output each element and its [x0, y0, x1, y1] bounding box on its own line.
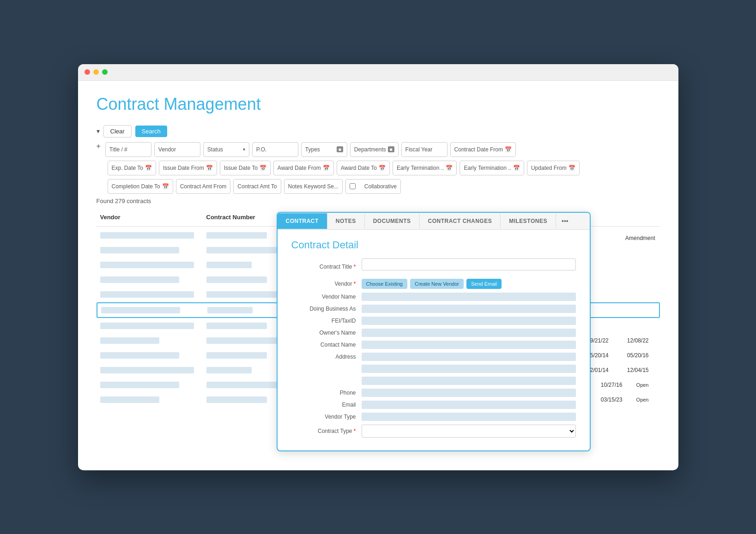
tab-contract-changes[interactable]: CONTRACT CHANGES	[420, 213, 501, 229]
filter-notes-keyword[interactable]: Notes Keyword Se...	[284, 179, 343, 194]
filter-updated-from[interactable]: Updated From 📅	[527, 161, 580, 175]
status-open: Open	[636, 382, 649, 388]
maximize-button[interactable]	[102, 69, 108, 75]
contract-type-select[interactable]	[362, 425, 576, 438]
traffic-lights	[85, 69, 108, 75]
tab-milestones[interactable]: MILESTONES	[501, 213, 556, 229]
filter-issue-date-from[interactable]: Issue Date From 📅	[159, 161, 217, 175]
vendor-field: Vendor Choose Existing Create New Vendor…	[291, 279, 576, 289]
vendor-name-field: Vendor Name	[291, 293, 576, 301]
contract-title-input[interactable]	[362, 258, 576, 270]
email-label: Email	[291, 402, 356, 408]
vendor-name-input[interactable]	[362, 293, 576, 301]
phone-input[interactable]	[362, 389, 576, 397]
filter-vendor[interactable]: Vendor	[154, 142, 200, 157]
date-col: 10/27/16	[601, 382, 623, 388]
date-col: 12/04/15	[627, 367, 649, 373]
search-button[interactable]: Search	[135, 126, 167, 137]
fei-taxid-field: FEI/TaxID	[291, 317, 576, 325]
clear-button[interactable]: Clear	[103, 125, 132, 138]
minimize-button[interactable]	[93, 69, 99, 75]
panel-title: Contract Detail	[291, 239, 576, 251]
owners-name-label: Owner's Name	[291, 330, 356, 336]
filter-row-3: Completion Date To 📅 Contract Amt From C…	[97, 179, 660, 194]
filter-po[interactable]: P.O.	[252, 142, 298, 157]
filter-status[interactable]: Status ▾	[203, 142, 249, 157]
filter-fiscal-year[interactable]: Fiscal Year	[401, 142, 448, 157]
email-field: Email	[291, 401, 576, 409]
tab-contract[interactable]: CONTRACT	[278, 213, 327, 229]
contact-name-field: Contact Name	[291, 341, 576, 349]
page-content: Contract Management ▾ Clear Search + Tit…	[78, 81, 678, 466]
filter-exp-date-to[interactable]: Exp. Date To 📅	[108, 161, 156, 175]
filter-contract-amt-to[interactable]: Contract Amt To	[233, 179, 281, 194]
contract-detail-panel: CONTRACT NOTES DOCUMENTS CONTRACT CHANGE…	[277, 212, 591, 451]
address-input-3[interactable]	[362, 377, 576, 385]
date-col: 05/20/16	[627, 352, 649, 359]
date-col: 12/08/22	[627, 337, 649, 344]
col-contract-number: Contract Number	[203, 212, 286, 222]
filter-collaborative[interactable]: Collaborative	[345, 179, 401, 194]
status-open2: Open	[636, 397, 649, 402]
fei-taxid-label: FEI/TaxID	[291, 318, 356, 324]
panel-content: Contract Detail Contract Title Vendor Ch…	[278, 230, 590, 450]
tab-more-icon[interactable]: •••	[556, 213, 574, 229]
filter-issue-date-to[interactable]: Issue Date To 📅	[220, 161, 271, 175]
phone-label: Phone	[291, 390, 356, 396]
filter-contract-date-from[interactable]: Contract Date From 📅	[450, 142, 516, 157]
filter-row-1: + Title / # Vendor Status ▾ P.O. Types ■…	[97, 142, 660, 157]
create-new-vendor-button[interactable]: Create New Vendor	[410, 279, 464, 289]
filter-title[interactable]: Title / #	[105, 142, 151, 157]
contract-title-label: Contract Title	[291, 264, 356, 270]
filter-completion-date-to[interactable]: Completion Date To 📅	[108, 179, 173, 194]
filter-types[interactable]: Types ■	[301, 142, 347, 157]
close-button[interactable]	[85, 69, 90, 75]
address-label: Address	[291, 354, 356, 360]
filter-row-2: Exp. Date To 📅 Issue Date From 📅 Issue D…	[97, 161, 660, 175]
col-vendor: Vendor	[97, 212, 203, 222]
add-filter-icon[interactable]: +	[97, 142, 101, 157]
filter-early-termination-to[interactable]: Early Termination .. 📅	[460, 161, 524, 175]
main-window: Contract Management ▾ Clear Search + Tit…	[78, 64, 678, 470]
collaborative-checkbox[interactable]	[350, 183, 356, 189]
contract-type-field: Contract Type	[291, 425, 576, 438]
filter-contract-amt-from[interactable]: Contract Amt From	[176, 179, 231, 194]
vendor-type-label: Vendor Type	[291, 414, 356, 420]
doing-business-as-field: Doing Business As	[291, 305, 576, 313]
contact-name-input[interactable]	[362, 341, 576, 349]
fei-taxid-input[interactable]	[362, 317, 576, 325]
contract-type-label: Contract Type	[291, 428, 356, 434]
doing-business-as-input[interactable]	[362, 305, 576, 313]
contract-title-field: Contract Title	[291, 258, 576, 275]
vendor-name-label: Vendor Name	[291, 294, 356, 300]
email-input[interactable]	[362, 401, 576, 409]
vendor-type-input[interactable]	[362, 413, 576, 421]
address-input-2[interactable]	[362, 365, 576, 373]
address-field: Address	[291, 353, 576, 361]
address-field-3	[291, 377, 576, 385]
results-count: Found 279 contracts	[97, 198, 660, 204]
address-input[interactable]	[362, 353, 576, 361]
vendor-buttons: Choose Existing Create New Vendor Send E…	[362, 279, 502, 289]
vendor-type-field: Vendor Type	[291, 413, 576, 421]
owners-name-field: Owner's Name	[291, 329, 576, 337]
search-bar: ▾ Clear Search	[97, 125, 660, 138]
filter-early-termination-from[interactable]: Early Termination .. 📅	[393, 161, 457, 175]
vendor-label: Vendor	[291, 281, 356, 287]
filter-departments[interactable]: Departments ■	[350, 142, 399, 157]
collapse-icon[interactable]: ▾	[97, 127, 100, 135]
amendment-label: Amendment	[625, 235, 655, 241]
doing-business-as-label: Doing Business As	[291, 306, 356, 312]
tab-documents[interactable]: DOCUMENTS	[365, 213, 420, 229]
page-title: Contract Management	[97, 95, 660, 114]
send-email-button[interactable]: Send Email	[466, 279, 502, 289]
collaborative-label: Collaborative	[364, 183, 397, 190]
owners-name-input[interactable]	[362, 329, 576, 337]
filter-award-date-from[interactable]: Award Date From 📅	[273, 161, 334, 175]
address-field-2	[291, 365, 576, 373]
main-area: Vendor Contract Number Contract	[97, 212, 660, 452]
title-bar	[78, 64, 678, 81]
tab-notes[interactable]: NOTES	[327, 213, 365, 229]
filter-award-date-to[interactable]: Award Date To 📅	[337, 161, 390, 175]
choose-existing-button[interactable]: Choose Existing	[362, 279, 408, 289]
